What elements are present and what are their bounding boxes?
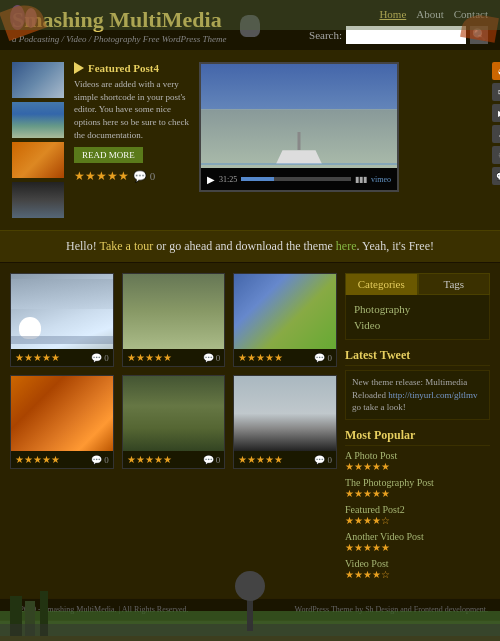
featured-main-thumb[interactable] xyxy=(12,62,64,98)
popular-stars-3: ★★★★☆ xyxy=(345,515,490,526)
post-image-leaves xyxy=(11,376,113,451)
popular-item-4: Another Video Post ★★★★★ xyxy=(345,531,490,553)
post-comments: 💬 0 xyxy=(91,455,109,465)
post-footer-leaves: ★★★★★ 💬 0 xyxy=(11,451,113,468)
categories-content: Photography Video xyxy=(345,295,490,340)
side-thumb-3[interactable] xyxy=(12,182,64,218)
featured-rating: ★★★★★ 💬 0 xyxy=(74,169,189,184)
most-popular-title: Most Popular xyxy=(345,428,490,446)
post-card-leaves[interactable]: ★★★★★ 💬 0 xyxy=(10,375,114,469)
popular-title-4[interactable]: Another Video Post xyxy=(345,531,490,542)
categories-tab[interactable]: Categories xyxy=(345,273,418,295)
hello-text-after: . Yeah, it's Free! xyxy=(357,239,435,253)
post-image-flowers xyxy=(234,274,336,349)
rss-icon[interactable]: ◕ xyxy=(492,62,500,80)
hello-text-before: Hello! xyxy=(66,239,99,253)
post-stars: ★★★★★ xyxy=(127,352,172,363)
featured-video: ▶ 31:25 ▮▮▮ vimeo ◕ ✉ ▶ ♫ xyxy=(199,62,488,218)
post-footer-forest: ★★★★★ 💬 0 xyxy=(123,451,225,468)
posts-grid: ★★★★★ 💬 0 ★★★★★ 💬 0 xyxy=(10,273,337,588)
post-comments: 💬 0 xyxy=(314,455,332,465)
side-thumb-1[interactable] xyxy=(12,102,64,138)
post-image-seagull xyxy=(11,274,113,349)
main-content: ★★★★★ 💬 0 ★★★★★ 💬 0 xyxy=(0,263,500,598)
hello-bar: Hello! Take a tour or go ahead and downl… xyxy=(0,230,500,263)
post-footer-tree: ★★★★★ 💬 0 xyxy=(234,451,336,468)
featured-title: Featured Post4 xyxy=(88,62,159,74)
popular-title-1[interactable]: A Photo Post xyxy=(345,450,490,461)
popular-item-3: Featured Post2 ★★★★☆ xyxy=(345,504,490,526)
video-player[interactable]: ▶ 31:25 ▮▮▮ vimeo xyxy=(199,62,399,192)
tour-link[interactable]: Take a tour xyxy=(99,239,153,253)
bubble-icon[interactable]: 💬 xyxy=(492,167,500,185)
play-button[interactable]: ▶ xyxy=(207,174,215,185)
featured-thumbnails xyxy=(12,62,64,218)
hello-text-middle: or go ahead and download the theme xyxy=(153,239,336,253)
categories-tags-widget: Categories Tags Photography Video xyxy=(345,273,490,340)
featured-section: Featured Post4 Videos are added with a v… xyxy=(0,50,500,230)
post-card-bird[interactable]: ★★★★★ 💬 0 xyxy=(122,273,226,367)
featured-tag: Featured Post4 xyxy=(74,62,189,74)
featured-description: Videos are added with a very simple shor… xyxy=(74,78,189,141)
category-photography[interactable]: Photography xyxy=(354,301,481,317)
social-icons: ◕ ✉ ▶ ♫ ☀ 💬 xyxy=(492,62,500,185)
audio-icon[interactable]: ♫ xyxy=(492,125,500,143)
progress-fill xyxy=(241,177,274,181)
email-icon[interactable]: ✉ xyxy=(492,83,500,101)
popular-stars-1: ★★★★★ xyxy=(345,461,490,472)
video-controls[interactable]: ▶ 31:25 ▮▮▮ vimeo xyxy=(201,168,397,190)
tweet-content: New theme release: Multimedia Reloaded h… xyxy=(345,370,490,420)
photo-icon[interactable]: ☀ xyxy=(492,146,500,164)
popular-item-1: A Photo Post ★★★★★ xyxy=(345,450,490,472)
latest-tweet-title: Latest Tweet xyxy=(345,348,490,366)
popular-item-2: The Photography Post ★★★★★ xyxy=(345,477,490,499)
popular-item-5: Video Post ★★★★☆ xyxy=(345,558,490,580)
post-comments: 💬 0 xyxy=(203,353,221,363)
post-image-tree xyxy=(234,376,336,451)
popular-title-3[interactable]: Featured Post2 xyxy=(345,504,490,515)
post-footer-bird: ★★★★★ 💬 0 xyxy=(123,349,225,366)
comment-icon: 💬 0 xyxy=(133,170,155,183)
post-stars: ★★★★★ xyxy=(15,454,60,465)
post-footer-flowers: ★★★★★ 💬 0 xyxy=(234,349,336,366)
time-display: 31:25 xyxy=(219,175,237,184)
sidebar: Categories Tags Photography Video Latest… xyxy=(345,273,490,588)
video-icon[interactable]: ▶ xyxy=(492,104,500,122)
tweet-suffix: go take a look! xyxy=(352,402,406,412)
read-more-button[interactable]: READ MORE xyxy=(74,147,143,163)
grid-row-2: ★★★★★ 💬 0 ★★★★★ 💬 0 xyxy=(10,375,337,469)
post-stars: ★★★★★ xyxy=(127,454,172,465)
post-stars: ★★★★★ xyxy=(238,352,283,363)
post-card-seagull[interactable]: ★★★★★ 💬 0 xyxy=(10,273,114,367)
category-video[interactable]: Video xyxy=(354,317,481,333)
most-popular-widget: Most Popular A Photo Post ★★★★★ The Phot… xyxy=(345,428,490,580)
popular-stars-4: ★★★★★ xyxy=(345,542,490,553)
post-stars: ★★★★★ xyxy=(15,352,60,363)
tweet-link[interactable]: http://tinyurl.com/gltlmv xyxy=(388,390,477,400)
featured-center: Featured Post4 Videos are added with a v… xyxy=(74,62,189,218)
post-card-flowers[interactable]: ★★★★★ 💬 0 xyxy=(233,273,337,367)
progress-bar[interactable] xyxy=(241,177,351,181)
post-footer-seagull: ★★★★★ 💬 0 xyxy=(11,349,113,366)
star-rating: ★★★★★ xyxy=(74,169,129,184)
side-thumb-2[interactable] xyxy=(12,142,64,178)
popular-stars-5: ★★★★☆ xyxy=(345,569,490,580)
grid-row-1: ★★★★★ 💬 0 ★★★★★ 💬 0 xyxy=(10,273,337,367)
here-link[interactable]: here xyxy=(336,239,357,253)
post-comments: 💬 0 xyxy=(91,353,109,363)
hd-label: ▮▮▮ xyxy=(355,175,367,184)
site-tagline: a Podcasting / Video / Photography Free … xyxy=(12,34,226,44)
post-image-bird xyxy=(123,274,225,349)
popular-title-5[interactable]: Video Post xyxy=(345,558,490,569)
post-card-forest[interactable]: ★★★★★ 💬 0 xyxy=(122,375,226,469)
post-image-forest xyxy=(123,376,225,451)
popular-stars-2: ★★★★★ xyxy=(345,488,490,499)
tags-tab[interactable]: Tags xyxy=(418,273,491,295)
popular-title-2[interactable]: The Photography Post xyxy=(345,477,490,488)
post-comments: 💬 0 xyxy=(314,353,332,363)
arrow-icon xyxy=(74,62,84,74)
post-comments: 💬 0 xyxy=(203,455,221,465)
post-card-tree[interactable]: ★★★★★ 💬 0 xyxy=(233,375,337,469)
post-stars: ★★★★★ xyxy=(238,454,283,465)
cat-tag-tabs: Categories Tags xyxy=(345,273,490,295)
